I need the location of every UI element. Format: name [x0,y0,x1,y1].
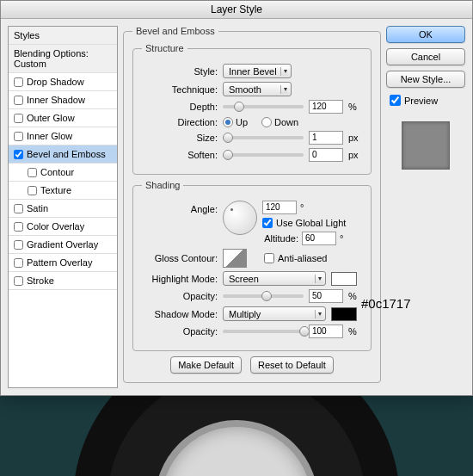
shadow-color-swatch[interactable] [331,307,357,321]
sidebar-checkbox[interactable] [14,204,23,213]
sidebar-checkbox[interactable] [14,96,23,105]
size-input[interactable]: 1 [309,131,343,145]
highlight-color-swatch[interactable] [331,272,357,286]
sidebar-checkbox[interactable] [28,186,37,195]
highlight-mode-select[interactable]: Screen [223,271,326,286]
sidebar-item-inner-shadow[interactable]: Inner Shadow [9,91,117,109]
reset-default-button[interactable]: Reset to Default [250,356,334,374]
sidebar-item-inner-glow[interactable]: Inner Glow [9,127,117,145]
options-panel: Bevel and Emboss Structure Style: Inner … [123,26,381,388]
sidebar-item-label: Inner Glow [27,131,72,141]
sidebar-item-gradient-overlay[interactable]: Gradient Overlay [9,236,117,254]
sidebar-item-label: Pattern Overlay [27,257,92,268]
sidebar-item-label: Drop Shadow [27,77,84,87]
sidebar-item-stroke[interactable]: Stroke [9,272,117,290]
dialog-title: Layer Style [1,1,472,19]
make-default-button[interactable]: Make Default [170,356,242,374]
angle-dial[interactable] [223,201,257,235]
sidebar-item-outer-glow[interactable]: Outer Glow [9,109,117,127]
sidebar-header-blending[interactable]: Blending Options: Custom [9,45,117,73]
shading-group: Shading Angle: 120 ° Use Global Light Al… [132,180,372,351]
technique-select[interactable]: Smooth [223,82,292,96]
sidebar-checkbox[interactable] [14,114,23,123]
bevel-emboss-group: Bevel and Emboss Structure Style: Inner … [123,26,381,383]
highlight-opacity-label: Opacity: [142,291,218,301]
depth-input[interactable]: 120 [309,100,343,114]
sidebar-item-bevel-and-emboss[interactable]: Bevel and Emboss [9,145,117,164]
soften-label: Soften: [142,150,218,160]
sidebar-item-label: Stroke [27,275,54,286]
anti-aliased-checkbox[interactable]: Anti-aliased [264,253,327,263]
depth-label: Depth: [142,102,218,112]
sidebar-checkbox[interactable] [14,276,23,286]
direction-down-radio[interactable]: Down [261,117,298,127]
new-style-button[interactable]: New Style... [386,71,465,88]
sidebar-checkbox[interactable] [14,258,23,268]
direction-label: Direction: [142,117,218,127]
highlight-mode-label: Highlight Mode: [142,274,218,284]
right-column: OK Cancel New Style... Preview [386,26,465,388]
sidebar-item-label: Color Overlay [27,221,84,232]
sidebar-item-label: Contour [40,167,74,177]
gloss-label: Gloss Contour: [142,253,218,263]
gloss-contour-swatch[interactable] [223,249,247,268]
sidebar-item-label: Gradient Overlay [27,239,98,250]
angle-input[interactable]: 120 [262,201,297,214]
global-light-checkbox[interactable]: Use Global Light [262,218,346,228]
style-label: Style: [142,66,218,77]
sidebar-item-label: Inner Shadow [27,95,85,105]
sidebar-checkbox[interactable] [14,150,23,159]
sidebar-item-satin[interactable]: Satin [9,200,117,218]
sidebar-item-label: Bevel and Emboss [27,149,106,159]
size-label: Size: [142,133,218,143]
sidebar-item-contour[interactable]: Contour [9,164,117,182]
cancel-button[interactable]: Cancel [386,48,465,65]
sidebar-item-texture[interactable]: Texture [9,182,117,200]
preview-checkbox[interactable]: Preview [386,93,465,108]
highlight-opacity-slider[interactable] [223,294,304,298]
shadow-opacity-label: Opacity: [142,326,218,337]
altitude-input[interactable]: 60 [302,232,336,245]
preview-swatch [402,121,450,170]
soften-input[interactable]: 0 [309,148,343,162]
technique-label: Technique: [142,84,218,95]
structure-group: Structure Style: Inner Bevel Technique: … [132,43,372,175]
style-select[interactable]: Inner Bevel [223,64,292,78]
annotation-hex: #0c1717 [361,296,411,311]
ok-button[interactable]: OK [386,26,465,43]
sidebar-item-label: Satin [27,203,48,213]
panel-title: Bevel and Emboss [132,26,218,36]
sidebar-checkbox[interactable] [14,222,23,232]
angle-label: Angle: [142,201,218,214]
sidebar-item-label: Outer Glow [27,113,75,123]
sidebar-item-drop-shadow[interactable]: Drop Shadow [9,73,117,91]
sidebar-checkbox[interactable] [14,132,23,141]
direction-up-radio[interactable]: Up [223,117,248,127]
highlight-opacity-input[interactable]: 50 [309,289,343,303]
sidebar-checkbox[interactable] [14,240,23,250]
shadow-mode-label: Shadow Mode: [142,309,218,319]
shadow-opacity-input[interactable]: 100 [309,325,343,338]
altitude-label: Altitude: [262,233,298,244]
styles-sidebar: Styles Blending Options: Custom Drop Sha… [8,26,118,388]
sidebar-header-styles[interactable]: Styles [9,27,117,45]
layer-style-dialog: Layer Style Styles Blending Options: Cus… [0,0,473,396]
sidebar-checkbox[interactable] [14,77,23,87]
sidebar-item-pattern-overlay[interactable]: Pattern Overlay [9,254,117,272]
soften-slider[interactable] [223,153,304,157]
shadow-opacity-slider[interactable] [223,330,304,333]
size-slider[interactable] [223,136,304,139]
shadow-mode-select[interactable]: Multiply [223,306,326,321]
depth-slider[interactable] [223,105,304,108]
sidebar-item-label: Texture [40,185,71,195]
sidebar-item-color-overlay[interactable]: Color Overlay [9,218,117,236]
sidebar-checkbox[interactable] [28,168,37,177]
